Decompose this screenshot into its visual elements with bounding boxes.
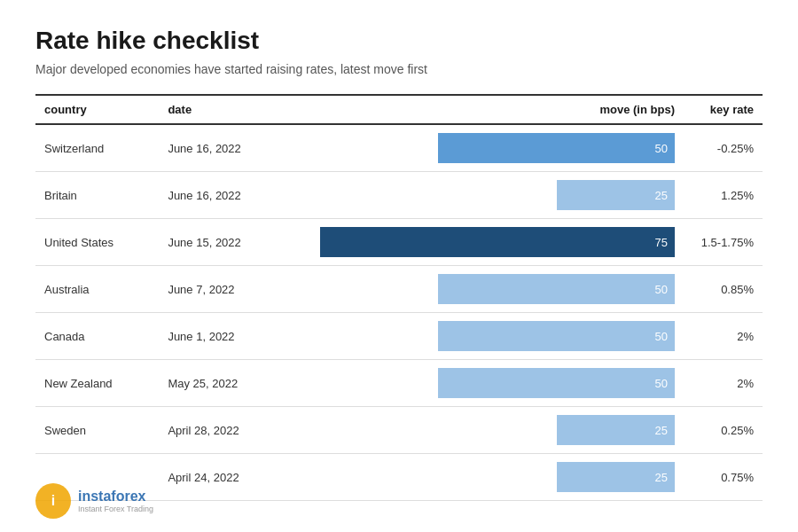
cell-key-rate: 2%: [684, 360, 763, 407]
cell-date: May 25, 2022: [159, 360, 266, 407]
cell-date: April 28, 2022: [159, 407, 266, 454]
bar-value: 50: [655, 377, 668, 390]
bar-value: 25: [655, 471, 668, 484]
cell-key-rate: 0.25%: [684, 407, 763, 454]
cell-move: 25: [267, 172, 684, 219]
table-row: United StatesJune 15, 2022751.5-1.75%: [35, 219, 763, 266]
col-header-country: country: [35, 95, 159, 124]
cell-move: 50: [267, 360, 684, 407]
cell-key-rate: 1.25%: [684, 172, 763, 219]
watermark-logo-letter: i: [51, 493, 55, 509]
cell-key-rate: 2%: [684, 313, 763, 360]
cell-date: June 15, 2022: [159, 219, 266, 266]
cell-move: 50: [267, 266, 684, 313]
cell-key-rate: 0.85%: [684, 266, 763, 313]
cell-key-rate: 0.75%: [684, 454, 763, 501]
col-header-move: move (in bps): [267, 95, 684, 124]
watermark-tagline: Instant Forex Trading: [78, 505, 153, 513]
table-body: SwitzerlandJune 16, 202250-0.25%BritainJ…: [35, 124, 763, 501]
bar-value: 75: [655, 236, 668, 249]
cell-date: June 1, 2022: [159, 313, 266, 360]
cell-date: June 16, 2022: [159, 124, 266, 172]
table-row: BritainJune 16, 2022251.25%: [35, 172, 763, 219]
col-header-keyrate: key rate: [684, 95, 763, 124]
page-title: Rate hike checklist: [35, 27, 763, 55]
cell-move: 50: [267, 124, 684, 172]
watermark-text: instaforex Instant Forex Trading: [78, 489, 153, 513]
cell-move: 75: [267, 219, 684, 266]
cell-move: 25: [267, 454, 684, 501]
cell-move: 50: [267, 313, 684, 360]
watermark-logo: i: [35, 483, 71, 519]
bar-value: 25: [655, 189, 668, 202]
table-row: SwitzerlandJune 16, 202250-0.25%: [35, 124, 763, 172]
cell-move: 25: [267, 407, 684, 454]
table-header-row: country date move (in bps) key rate: [35, 95, 763, 124]
bar-value: 50: [655, 142, 668, 155]
cell-country: Australia: [35, 266, 159, 313]
table-row: AustraliaJune 7, 2022500.85%: [35, 266, 763, 313]
bar-value: 50: [655, 283, 668, 296]
cell-country: Switzerland: [35, 124, 159, 172]
cell-date: April 24, 2022: [159, 454, 266, 501]
cell-key-rate: -0.25%: [684, 124, 763, 172]
cell-date: June 16, 2022: [159, 172, 266, 219]
cell-country: United States: [35, 219, 159, 266]
page-subtitle: Major developed economies have started r…: [35, 62, 763, 76]
rate-hike-table: country date move (in bps) key rate Swit…: [35, 94, 763, 501]
cell-country: New Zealand: [35, 360, 159, 407]
cell-date: June 7, 2022: [159, 266, 266, 313]
watermark-brand: instaforex: [78, 489, 153, 505]
table-row: SwedenApril 28, 2022250.25%: [35, 407, 763, 454]
bar-value: 50: [655, 330, 668, 343]
table-row: New ZealandMay 25, 2022502%: [35, 360, 763, 407]
cell-key-rate: 1.5-1.75%: [684, 219, 763, 266]
col-header-date: date: [159, 95, 266, 124]
cell-country: Sweden: [35, 407, 159, 454]
cell-country: Canada: [35, 313, 159, 360]
table-row: CanadaJune 1, 2022502%: [35, 313, 763, 360]
watermark: i instaforex Instant Forex Trading: [35, 483, 153, 519]
bar-value: 25: [655, 424, 668, 437]
cell-country: Britain: [35, 172, 159, 219]
